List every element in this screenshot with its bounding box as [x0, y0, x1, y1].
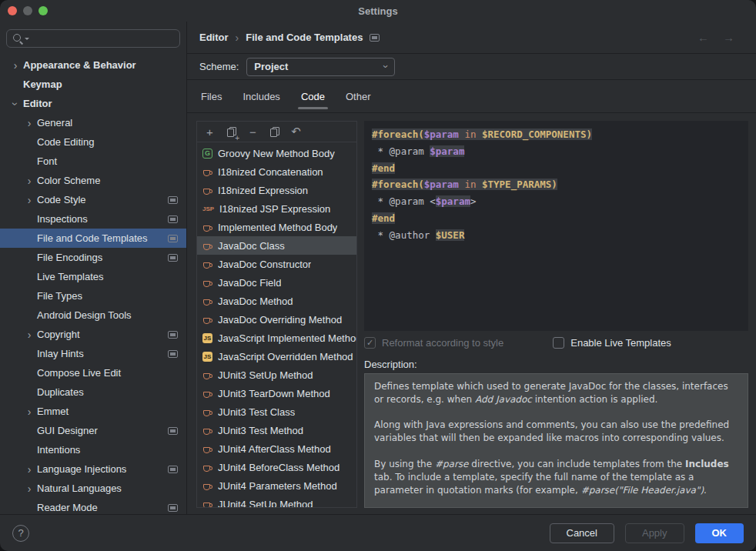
- create-child-template-icon[interactable]: +: [224, 125, 239, 139]
- enable-live-templates-checkbox[interactable]: Enable Live Templates: [553, 337, 671, 349]
- sidebar-item-android-design-tools[interactable]: Android Design Tools: [0, 306, 186, 325]
- sidebar-item-file-and-code-templates[interactable]: File and Code Templates: [0, 229, 186, 248]
- chevron-right-icon[interactable]: ›: [8, 59, 23, 72]
- chevron-right-icon[interactable]: ›: [22, 463, 37, 476]
- template-item-javascript-implemented-method[interactable]: JSJavaScript Implemented Method: [197, 329, 356, 347]
- chevron-right-icon[interactable]: ›: [22, 329, 37, 341]
- template-item-javadoc-overriding-method[interactable]: JavaDoc Overriding Method: [197, 310, 356, 329]
- chevron-right-icon[interactable]: ›: [22, 483, 37, 495]
- sidebar-item-compose-live-edit[interactable]: Compose Live Edit: [0, 363, 186, 382]
- template-item-label: JUnit3 Test Class: [218, 406, 295, 418]
- template-item-junit4-parameters-method[interactable]: JUnit4 Parameters Method: [197, 476, 356, 495]
- template-item-label: I18nized JSP Expression: [219, 203, 330, 215]
- java-file-icon: [202, 481, 212, 491]
- sidebar-item-reader-mode[interactable]: Reader Mode: [0, 498, 186, 514]
- checkbox-checked-icon: [364, 337, 376, 349]
- reformat-checkbox[interactable]: Reformat according to style: [364, 337, 503, 349]
- sidebar-item-color-scheme[interactable]: ›Color Scheme: [0, 171, 186, 190]
- sidebar-item-appearance-behavior[interactable]: ›Appearance & Behavior: [0, 55, 186, 75]
- template-item-junit4-afterclass-method[interactable]: JUnit4 AfterClass Method: [197, 439, 356, 458]
- template-item-junit3-setup-method[interactable]: JUnit3 SetUp Method: [197, 366, 356, 384]
- template-item-label: I18nized Expression: [218, 185, 308, 196]
- template-item-junit3-teardown-method[interactable]: JUnit3 TearDown Method: [197, 384, 356, 402]
- template-item-javadoc-class[interactable]: JavaDoc Class: [197, 236, 356, 255]
- tabs: FilesIncludesCodeOther: [187, 80, 756, 113]
- sidebar-item-code-editing[interactable]: Code Editing: [0, 132, 186, 152]
- back-icon[interactable]: ←: [697, 31, 709, 44]
- sidebar-item-emmet[interactable]: ›Emmet: [0, 402, 186, 421]
- breadcrumb-parent[interactable]: Editor: [199, 32, 229, 43]
- close-button[interactable]: [8, 6, 17, 15]
- scheme-select[interactable]: Project ›: [246, 58, 395, 76]
- template-item-javadoc-method[interactable]: JavaDoc Method: [197, 292, 356, 310]
- cancel-button[interactable]: Cancel: [550, 523, 614, 543]
- forward-icon[interactable]: →: [723, 31, 734, 44]
- fullscreen-button[interactable]: [38, 6, 48, 15]
- sidebar-item-label: Inspections: [37, 213, 88, 225]
- template-item-i18nized-expression[interactable]: I18nized Expression: [197, 181, 356, 199]
- remove-template-icon[interactable]: −: [246, 125, 260, 139]
- java-file-icon: [202, 370, 212, 380]
- sidebar-item-file-types[interactable]: File Types: [0, 286, 186, 306]
- template-item-junit3-test-method[interactable]: JUnit3 Test Method: [197, 421, 356, 439]
- template-item-junit4-setup-method[interactable]: JUnit4 SetUp Method: [197, 495, 356, 507]
- add-template-icon[interactable]: +: [202, 125, 217, 139]
- template-item-javadoc-field[interactable]: JavaDoc Field: [197, 273, 356, 292]
- breadcrumb-row: Editor › File and Code Templates ← →: [187, 22, 756, 54]
- settings-search-input[interactable]: [6, 29, 180, 48]
- chevron-right-icon[interactable]: ›: [22, 194, 37, 206]
- sidebar-item-language-injections[interactable]: ›Language Injections: [0, 459, 186, 479]
- sidebar-item-natural-languages[interactable]: ›Natural Languages: [0, 479, 186, 498]
- template-item-groovy-new-method-body[interactable]: GGroovy New Method Body: [197, 144, 356, 162]
- sidebar-item-editor[interactable]: ›Editor: [0, 94, 186, 113]
- sidebar-item-label: Android Design Tools: [37, 309, 132, 321]
- description-box[interactable]: Defines template which used to generate …: [364, 373, 748, 508]
- sidebar-item-live-templates[interactable]: Live Templates: [0, 267, 186, 286]
- help-button[interactable]: ?: [12, 525, 29, 542]
- ok-button[interactable]: OK: [695, 523, 744, 543]
- reset-template-icon[interactable]: ↶: [289, 125, 303, 139]
- sidebar-item-label: Duplicates: [37, 386, 84, 398]
- chevron-right-icon[interactable]: ›: [22, 406, 37, 418]
- tab-code[interactable]: Code: [301, 80, 325, 112]
- chevron-right-icon[interactable]: ›: [22, 175, 37, 187]
- template-item-label: JavaDoc Class: [218, 240, 285, 252]
- code-line: * @param <$param>: [372, 193, 741, 210]
- copy-template-icon[interactable]: [267, 125, 282, 139]
- apply-button[interactable]: Apply: [625, 523, 684, 543]
- chevron-down-icon[interactable]: ›: [9, 96, 22, 112]
- sidebar-item-font[interactable]: Font: [0, 152, 186, 171]
- tab-files[interactable]: Files: [201, 80, 222, 112]
- sidebar-item-general[interactable]: ›General: [0, 113, 186, 132]
- sidebar-item-inspections[interactable]: Inspections: [0, 209, 186, 229]
- sidebar-item-label: Inlay Hints: [37, 348, 84, 359]
- sidebar-item-code-style[interactable]: ›Code Style: [0, 190, 186, 209]
- sidebar-item-keymap[interactable]: Keymap: [0, 75, 186, 94]
- sidebar-item-inlay-hints[interactable]: Inlay Hints: [0, 344, 186, 363]
- sidebar-item-gui-designer[interactable]: GUI Designer: [0, 421, 186, 440]
- sidebar-item-copyright[interactable]: ›Copyright: [0, 325, 186, 344]
- sidebar-item-label: Editor: [23, 98, 52, 109]
- template-item-junit3-test-class[interactable]: JUnit3 Test Class: [197, 402, 356, 421]
- template-item-junit4-beforeclass-method[interactable]: JUnit4 BeforeClass Method: [197, 458, 356, 476]
- sidebar-item-intentions[interactable]: Intentions: [0, 440, 186, 459]
- minimize-button[interactable]: [23, 6, 32, 15]
- template-item-i18nized-concatenation[interactable]: I18nized Concatenation: [197, 162, 356, 181]
- template-item-i18nized-jsp-expression[interactable]: JSPI18nized JSP Expression: [197, 199, 356, 218]
- template-editor[interactable]: #foreach($param in $RECORD_COMPONENTS) *…: [364, 121, 748, 331]
- screen-icon: [168, 350, 178, 358]
- tab-includes[interactable]: Includes: [243, 80, 279, 112]
- java-file-icon: [202, 444, 212, 454]
- template-item-implemented-method-body[interactable]: Implemented Method Body: [197, 218, 356, 236]
- breadcrumb: Editor › File and Code Templates: [199, 32, 380, 44]
- sidebar-item-file-encodings[interactable]: File Encodings: [0, 248, 186, 267]
- history-nav: ← →: [697, 31, 734, 44]
- sidebar-item-duplicates[interactable]: Duplicates: [0, 382, 186, 402]
- sidebar-item-label: Reader Mode: [37, 502, 98, 513]
- chevron-right-icon[interactable]: ›: [22, 117, 37, 129]
- java-file-icon: [202, 407, 212, 417]
- template-item-javadoc-constructor[interactable]: JavaDoc Constructor: [197, 255, 356, 273]
- tab-other[interactable]: Other: [346, 80, 371, 112]
- template-item-javascript-overridden-method[interactable]: JSJavaScript Overridden Method: [197, 347, 356, 366]
- screen-icon: [370, 34, 380, 42]
